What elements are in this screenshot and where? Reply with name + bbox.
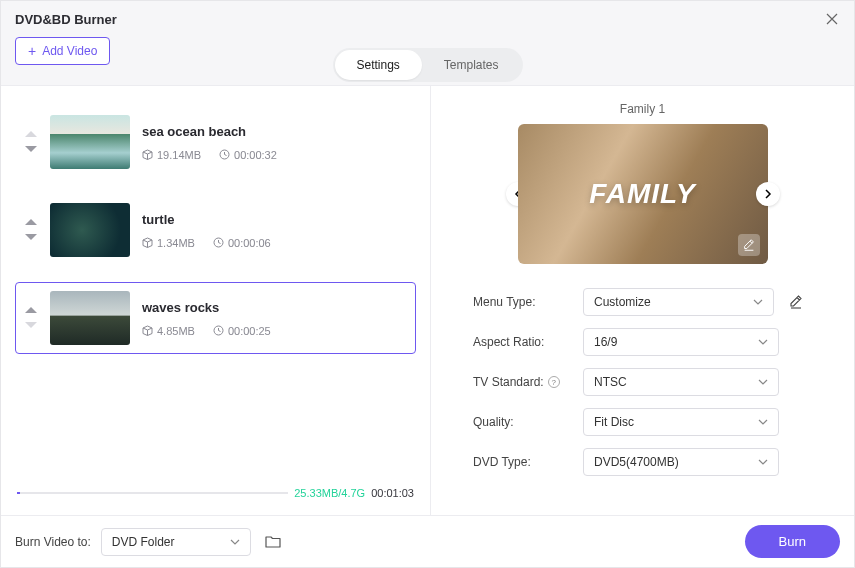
label-quality: Quality: xyxy=(473,415,573,429)
edit-menu-button[interactable] xyxy=(738,234,760,256)
preview-overlay-text: FAMILY xyxy=(589,178,696,210)
help-icon[interactable]: ? xyxy=(548,376,560,388)
tab-settings[interactable]: Settings xyxy=(334,50,421,80)
add-video-button[interactable]: + Add Video xyxy=(15,37,110,65)
window-title: DVD&BD Burner xyxy=(15,12,117,27)
video-size: 1.34MB xyxy=(157,237,195,249)
burn-target-label: Burn Video to: xyxy=(15,535,91,549)
burn-button[interactable]: Burn xyxy=(745,525,840,558)
preview-next-button[interactable] xyxy=(756,182,780,206)
move-up-button[interactable] xyxy=(24,216,38,229)
label-tv-standard: TV Standard: ? xyxy=(473,375,573,389)
video-thumbnail xyxy=(50,115,130,169)
select-menu-type[interactable]: Customize xyxy=(583,288,774,316)
browse-folder-button[interactable] xyxy=(261,530,285,554)
tab-templates[interactable]: Templates xyxy=(422,50,521,80)
move-down-button xyxy=(24,319,38,332)
select-burn-target[interactable]: DVD Folder xyxy=(101,528,251,556)
chevron-down-icon xyxy=(758,337,768,347)
video-thumbnail xyxy=(50,203,130,257)
clock-icon xyxy=(219,149,230,160)
edit-menu-type-button[interactable] xyxy=(788,294,804,310)
video-list: sea ocean beach19.14MB00:00:32turtle1.34… xyxy=(15,106,416,465)
chevron-down-icon xyxy=(758,417,768,427)
label-dvd-type: DVD Type: xyxy=(473,455,573,469)
preview-title: Family 1 xyxy=(455,102,830,116)
video-title: waves rocks xyxy=(142,300,271,315)
video-item[interactable]: turtle1.34MB00:00:06 xyxy=(15,194,416,266)
chevron-down-icon xyxy=(758,377,768,387)
video-duration: 00:00:06 xyxy=(228,237,271,249)
clock-icon xyxy=(213,325,224,336)
move-down-button[interactable] xyxy=(24,231,38,244)
move-down-button[interactable] xyxy=(24,143,38,156)
size-icon xyxy=(142,149,153,160)
total-duration: 00:01:03 xyxy=(371,487,414,499)
select-dvd-type[interactable]: DVD5(4700MB) xyxy=(583,448,779,476)
disc-usage-bar xyxy=(17,492,288,494)
select-tv-standard[interactable]: NTSC xyxy=(583,368,779,396)
label-menu-type: Menu Type: xyxy=(473,295,573,309)
chevron-down-icon xyxy=(230,537,240,547)
move-up-button[interactable] xyxy=(24,304,38,317)
menu-preview[interactable]: FAMILY xyxy=(518,124,768,264)
chevron-down-icon xyxy=(758,457,768,467)
video-duration: 00:00:25 xyxy=(228,325,271,337)
size-icon xyxy=(142,325,153,336)
video-size: 4.85MB xyxy=(157,325,195,337)
tab-switcher: Settings Templates xyxy=(332,48,522,82)
close-button[interactable] xyxy=(824,11,840,27)
video-duration: 00:00:32 xyxy=(234,149,277,161)
plus-icon: + xyxy=(28,44,36,58)
label-aspect-ratio: Aspect Ratio: xyxy=(473,335,573,349)
select-aspect-ratio[interactable]: 16/9 xyxy=(583,328,779,356)
move-up-button xyxy=(24,128,38,141)
video-thumbnail xyxy=(50,291,130,345)
video-item[interactable]: sea ocean beach19.14MB00:00:32 xyxy=(15,106,416,178)
clock-icon xyxy=(213,237,224,248)
video-title: turtle xyxy=(142,212,271,227)
add-video-label: Add Video xyxy=(42,44,97,58)
size-icon xyxy=(142,237,153,248)
video-size: 19.14MB xyxy=(157,149,201,161)
select-quality[interactable]: Fit Disc xyxy=(583,408,779,436)
chevron-down-icon xyxy=(753,297,763,307)
video-item[interactable]: waves rocks4.85MB00:00:25 xyxy=(15,282,416,354)
disc-usage-text: 25.33MB/4.7G xyxy=(294,487,365,499)
video-title: sea ocean beach xyxy=(142,124,277,139)
